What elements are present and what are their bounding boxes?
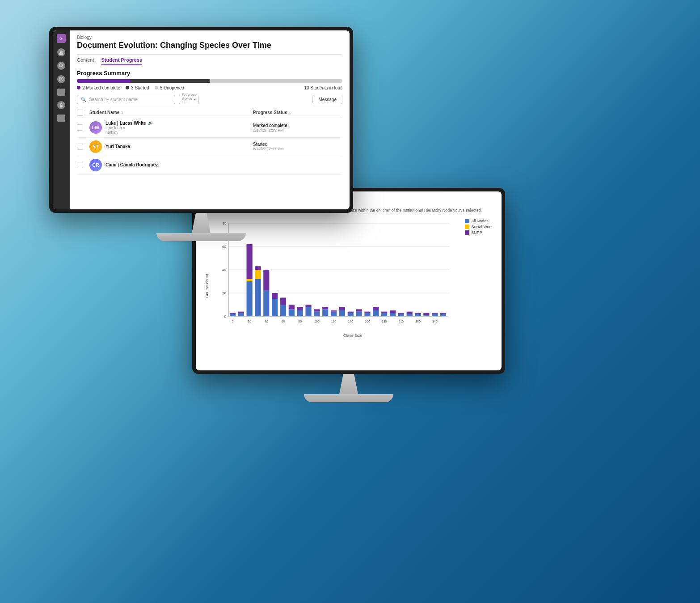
svg-rect-58 — [381, 311, 387, 313]
status-date-1: 8/17/22, 2:19 PM — [253, 128, 287, 132]
select-all-checkbox[interactable] — [77, 110, 86, 116]
svg-rect-55 — [373, 310, 379, 316]
back-stand-base — [304, 394, 393, 402]
svg-rect-43 — [331, 310, 337, 312]
close-button[interactable]: × — [57, 34, 66, 43]
chevron-down-icon: ▾ — [194, 98, 196, 102]
status-label-1: Marked complete — [253, 123, 287, 128]
student-avatar-1: LW — [89, 121, 102, 134]
sort-icon: ↕ — [121, 110, 123, 115]
chart-legend: All Nodes Social Work SUPP — [465, 219, 493, 235]
message-button[interactable]: Message — [312, 95, 342, 104]
speaker-icon-1: 🔊 — [148, 121, 153, 125]
svg-rect-62 — [398, 314, 404, 316]
unopened-dot — [155, 86, 158, 89]
progress-status-header: Progress Status ↕ — [253, 110, 342, 115]
status-date-2: 8/17/22, 2:21 PM — [253, 147, 284, 151]
front-monitor: × — [49, 27, 353, 241]
svg-rect-72 — [432, 314, 438, 316]
student-pronouns-1: he/him — [105, 130, 249, 135]
back-monitor-stand — [192, 374, 505, 402]
student-avatar-2: YT — [89, 140, 102, 153]
main-content: Biology Document Evolution: Changing Spe… — [70, 30, 350, 209]
student-info-3: Cami | Camila Rodriguez — [105, 162, 249, 167]
svg-rect-68 — [415, 313, 421, 314]
svg-rect-61 — [390, 310, 396, 313]
progress-complete-segment — [77, 79, 130, 83]
student-name-2: Yuri Tanaka — [105, 144, 249, 149]
svg-rect-21 — [255, 266, 261, 270]
svg-rect-35 — [305, 307, 311, 316]
svg-rect-56 — [373, 307, 379, 310]
svg-rect-17 — [247, 244, 253, 279]
table-row: CR Cami | Camila Rodriguez — [77, 156, 342, 174]
table-header: Student Name ↕ Progress Status ↕ — [77, 108, 342, 118]
row-checkbox-3[interactable] — [77, 162, 86, 168]
svg-line-85 — [61, 79, 62, 80]
started-label: 3 Started — [131, 85, 149, 90]
social-work-color — [465, 225, 469, 229]
all-nodes-label: All Nodes — [471, 219, 489, 223]
all-nodes-color — [465, 219, 469, 223]
student-status-1: Marked complete 8/17/22, 2:19 PM — [253, 123, 342, 132]
svg-text:100: 100 — [314, 320, 320, 323]
svg-rect-20 — [255, 270, 261, 279]
row-checkbox-1[interactable] — [77, 124, 86, 131]
svg-rect-19 — [255, 279, 261, 316]
svg-rect-75 — [440, 314, 446, 316]
svg-text:160: 160 — [365, 320, 370, 323]
student-info-1: Luke | Lucas White 🔊 L oo k uh s he/him — [105, 121, 249, 135]
filter-row: 🔍 Search by student name Progress Status… — [77, 95, 342, 104]
svg-point-81 — [59, 64, 63, 67]
svg-rect-30 — [289, 309, 295, 316]
svg-text:260: 260 — [415, 320, 421, 323]
page-title: Document Evolution: Changing Species Ove… — [77, 41, 342, 51]
status-filter-dropdown[interactable]: Progress Status All ▾ — [179, 95, 199, 104]
svg-rect-52 — [364, 313, 370, 316]
progress-legend: 2 Marked complete 3 Started 5 Unopened 1… — [77, 85, 342, 90]
svg-rect-22 — [263, 290, 269, 316]
svg-point-79 — [60, 51, 63, 53]
svg-rect-11 — [230, 313, 236, 314]
sidebar-doc-icon — [57, 89, 65, 96]
svg-text:60: 60 — [222, 245, 226, 249]
tab-student-progress[interactable]: Student Progress — [101, 57, 143, 65]
sidebar-avatar-icon — [57, 48, 65, 56]
svg-rect-37 — [314, 311, 320, 316]
svg-rect-42 — [331, 311, 337, 316]
status-filter-label: Progress Status — [181, 93, 198, 101]
breadcrumb: Biology — [77, 35, 342, 40]
svg-rect-25 — [272, 299, 278, 316]
sort-status-icon: ↕ — [289, 110, 291, 115]
progress-bar — [77, 79, 342, 83]
checkbox-all[interactable] — [77, 110, 83, 116]
progress-unopened-segment — [210, 79, 342, 83]
svg-text:0: 0 — [232, 320, 233, 323]
svg-rect-27 — [280, 305, 286, 316]
row-checkbox-2[interactable] — [77, 144, 86, 150]
progress-started-segment — [130, 79, 210, 83]
svg-line-82 — [62, 67, 63, 68]
svg-rect-45 — [339, 310, 345, 316]
student-name-3: Cami | Camila Rodriguez — [105, 162, 249, 167]
svg-rect-28 — [280, 297, 286, 305]
svg-rect-67 — [415, 314, 421, 316]
svg-rect-15 — [247, 281, 253, 316]
sidebar-clock-icon — [57, 75, 65, 83]
unopened-label: 5 Unopened — [160, 85, 185, 90]
svg-rect-38 — [314, 309, 320, 311]
search-placeholder: Search by student name — [89, 97, 137, 102]
svg-rect-32 — [297, 310, 303, 316]
total-students: 10 Students in total — [304, 85, 342, 90]
tab-content[interactable]: Content — [77, 57, 94, 65]
svg-rect-66 — [407, 311, 413, 314]
complete-label: 2 Marked complete — [82, 85, 120, 90]
svg-text:80: 80 — [298, 320, 302, 323]
search-box[interactable]: 🔍 Search by student name — [77, 95, 175, 104]
student-status-2: Started 8/17/22, 2:21 PM — [253, 142, 342, 151]
front-stand-base — [156, 233, 246, 241]
tab-bar: Content Student Progress — [77, 57, 342, 65]
front-monitor-stand — [49, 213, 353, 241]
legend-unopened: 5 Unopened — [155, 85, 185, 90]
supp-label: SUPP — [471, 230, 482, 235]
